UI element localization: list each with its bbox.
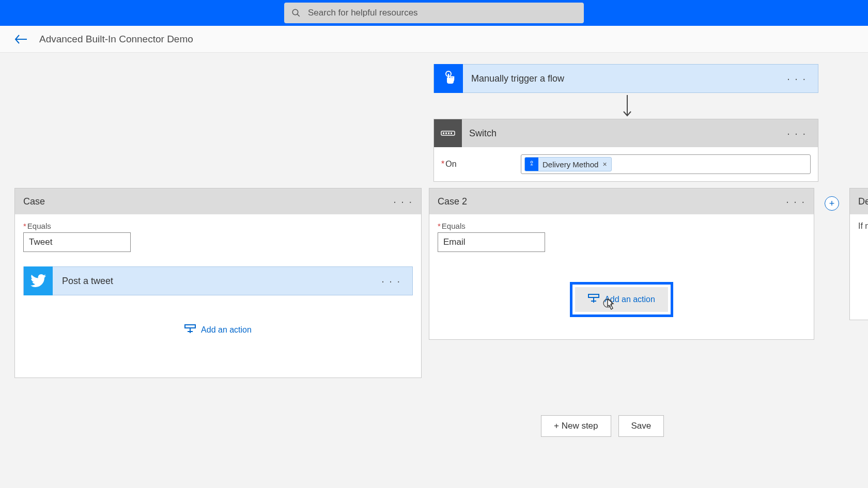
default-card: Default If no	[849, 188, 868, 320]
bottom-buttons: + New step Save	[541, 415, 664, 437]
add-case-button[interactable]: +	[825, 196, 839, 211]
svg-rect-11	[185, 325, 195, 328]
switch-on-input[interactable]: Delivery Method ×	[521, 154, 811, 174]
case-2-title: Case 2	[438, 196, 467, 207]
post-tweet-label: Post a tweet	[53, 276, 370, 287]
search-input[interactable]	[308, 8, 577, 18]
trigger-label: Manually trigger a flow	[463, 73, 776, 84]
case-2-card: Case 2 · · · *Equals Add an action	[429, 188, 814, 340]
case-2-add-action-button[interactable]: Add an action	[575, 287, 668, 312]
new-step-button[interactable]: + New step	[541, 415, 611, 437]
case-2-header: Case 2 · · ·	[429, 188, 814, 214]
post-tweet-menu-icon[interactable]: · · ·	[370, 275, 412, 287]
flow-canvas: Manually trigger a flow · · · Switch · ·…	[0, 53, 868, 488]
save-button[interactable]: Save	[618, 415, 664, 437]
trigger-menu-icon[interactable]: · · ·	[776, 73, 818, 85]
search-icon	[291, 8, 301, 18]
svg-rect-7	[445, 133, 447, 134]
case-1-add-action-label: Add an action	[201, 325, 252, 335]
title-bar: Advanced Built-In Connector Demo	[0, 26, 868, 53]
switch-icon	[434, 119, 462, 147]
post-tweet-action[interactable]: Post a tweet · · ·	[23, 266, 413, 295]
twitter-icon	[24, 266, 53, 295]
case-1-equals-label: *Equals	[23, 222, 413, 230]
case-2-menu-icon[interactable]: · · ·	[786, 196, 805, 208]
default-body-text: If no	[850, 214, 868, 238]
switch-on-label: *On	[441, 160, 514, 169]
svg-rect-9	[451, 133, 452, 134]
case-1-add-action-button[interactable]: Add an action	[23, 324, 413, 336]
flow-arrow-icon	[622, 95, 633, 120]
add-action-icon	[184, 324, 196, 336]
top-bar	[0, 0, 868, 26]
token-remove-icon[interactable]: ×	[602, 160, 607, 168]
switch-menu-icon[interactable]: · · ·	[776, 128, 818, 139]
svg-rect-8	[448, 133, 450, 134]
switch-title: Switch	[462, 128, 776, 139]
svg-point-10	[531, 161, 533, 163]
svg-line-1	[297, 14, 300, 17]
search-box[interactable]	[284, 3, 584, 23]
trigger-card[interactable]: Manually trigger a flow · · ·	[433, 64, 818, 93]
switch-card[interactable]: Switch · · · *On Delivery Method ×	[433, 119, 818, 182]
case-1-equals-input[interactable]	[23, 232, 131, 252]
case-2-equals-input[interactable]	[438, 232, 545, 252]
token-touch-icon	[525, 158, 538, 171]
token-label: Delivery Method	[542, 160, 598, 169]
svg-rect-6	[443, 133, 444, 134]
trigger-touch-icon	[434, 64, 463, 93]
case-2-add-action-label: Add an action	[605, 295, 655, 304]
add-action-icon	[588, 294, 599, 305]
case-1-card: Case · · · *Equals Post a tweet · · ·	[14, 188, 422, 378]
case-2-equals-label: *Equals	[438, 222, 805, 230]
case-1-header: Case · · ·	[15, 188, 421, 214]
back-arrow-icon[interactable]	[14, 34, 28, 45]
svg-point-0	[292, 9, 298, 15]
token-delivery-method[interactable]: Delivery Method ×	[524, 157, 612, 171]
page-title: Advanced Built-In Connector Demo	[39, 34, 193, 45]
default-title: Default	[850, 188, 868, 214]
case-1-menu-icon[interactable]: · · ·	[393, 196, 413, 208]
case-2-add-action-highlight: Add an action	[570, 282, 673, 317]
case-1-title: Case	[23, 196, 45, 207]
svg-rect-14	[588, 294, 599, 297]
switch-header: Switch · · ·	[434, 119, 818, 147]
